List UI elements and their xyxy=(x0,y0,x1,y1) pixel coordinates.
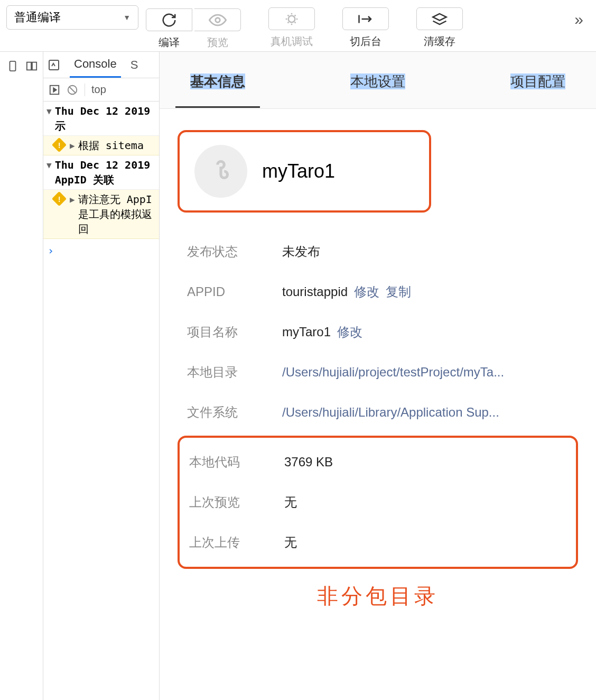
devtools-tabs: Console S xyxy=(43,52,159,78)
realdevice-label: 真机调试 xyxy=(271,34,313,49)
detail-panel: 基本信息 本地设置 项目配置 myTaro1 发布状 xyxy=(160,52,596,700)
compile-mode-dropdown[interactable]: 普通编译 ▼ xyxy=(6,5,138,30)
left-icon-strip xyxy=(0,52,43,700)
info-rows: 发布状态 未发布 APPID touristappid 修改 复制 项目名称 m… xyxy=(178,232,578,569)
play-box-icon[interactable] xyxy=(49,84,60,96)
row-last-preview: 上次预览 无 xyxy=(180,482,576,522)
warning-entry[interactable]: ▶ 请注意无 AppI 是工具的模拟返回 xyxy=(43,190,159,239)
svg-point-1 xyxy=(288,15,295,22)
app-name: myTaro1 xyxy=(262,160,335,182)
projname-value: myTaro1 xyxy=(282,325,331,339)
context-selector[interactable]: top xyxy=(91,84,106,96)
code-size-highlight: 本地代码 3769 KB 上次预览 无 上次上传 无 xyxy=(178,436,578,569)
lastpreview-label: 上次预览 xyxy=(189,494,284,511)
appid-value: touristappid xyxy=(282,284,348,299)
miniprogram-icon xyxy=(208,158,234,185)
caret-right-icon: ▶ xyxy=(70,140,75,152)
localcode-value: 3769 KB xyxy=(284,455,333,469)
app-header-highlight: myTaro1 xyxy=(178,130,431,213)
log-text: AppID 关联 xyxy=(55,172,151,187)
lastpreview-value: 无 xyxy=(284,494,297,511)
layers-icon xyxy=(432,12,448,26)
log-timestamp: Thu Dec 12 2019 xyxy=(55,104,151,118)
console-toolbar: top xyxy=(43,78,159,102)
console-panel: Console S top ▼ Thu Dec 12 2019 示 xyxy=(43,52,160,700)
appid-copy-link[interactable]: 复制 xyxy=(386,283,411,300)
log-text: 示 xyxy=(55,118,151,133)
publish-label: 发布状态 xyxy=(187,243,282,260)
main-area: Console S top ▼ Thu Dec 12 2019 示 xyxy=(0,52,596,700)
bug-icon xyxy=(284,11,300,27)
console-prompt[interactable]: › xyxy=(43,239,159,262)
lastupload-value: 无 xyxy=(284,534,297,551)
filesys-value[interactable]: /Users/hujiali/Library/Application Sup..… xyxy=(282,405,499,420)
caret-right-icon: ▶ xyxy=(70,194,75,206)
tab-project-config[interactable]: 项目配置 xyxy=(506,52,570,108)
localdir-value[interactable]: /Users/hujiali/project/testProject/myTa.… xyxy=(282,365,504,380)
tab-sources-cut[interactable]: S xyxy=(131,58,138,72)
chevron-double-right-icon: » xyxy=(574,11,583,28)
caret-down-icon: ▼ xyxy=(46,160,52,171)
compile-mode-label: 普通编译 xyxy=(14,10,61,25)
warning-text: 根据 sitema xyxy=(78,138,144,153)
svg-rect-3 xyxy=(27,62,31,70)
caret-down-icon: ▼ xyxy=(46,106,52,117)
warning-icon xyxy=(52,191,67,206)
background-label: 切后台 xyxy=(350,34,381,49)
localdir-label: 本地目录 xyxy=(187,364,282,381)
publish-value: 未发布 xyxy=(282,243,320,260)
projname-label: 项目名称 xyxy=(187,324,282,340)
svg-rect-2 xyxy=(10,61,16,71)
row-last-upload: 上次上传 无 xyxy=(180,522,576,563)
detail-body: myTaro1 发布状态 未发布 APPID touristappid 修改 复… xyxy=(160,109,596,700)
lastupload-label: 上次上传 xyxy=(189,534,284,551)
tab-console[interactable]: Console xyxy=(70,52,121,78)
row-file-system: 文件系统 /Users/hujiali/Library/Application … xyxy=(178,392,578,432)
appid-label: APPID xyxy=(187,284,282,299)
inspect-icon[interactable] xyxy=(48,59,60,71)
realdevice-button[interactable]: 真机调试 xyxy=(267,4,316,49)
warning-icon xyxy=(52,137,67,152)
background-button[interactable]: 切后台 xyxy=(341,4,390,49)
overflow-button[interactable]: » xyxy=(574,11,590,29)
log-timestamp: Thu Dec 12 2019 xyxy=(55,158,151,172)
phone-icon[interactable] xyxy=(7,60,18,72)
appid-modify-link[interactable]: 修改 xyxy=(354,283,379,300)
compile-label: 编译 xyxy=(159,35,180,50)
row-local-code: 本地代码 3769 KB xyxy=(180,442,576,482)
tab-local-settings[interactable]: 本地设置 xyxy=(346,52,409,108)
svg-rect-4 xyxy=(32,62,36,70)
svg-point-0 xyxy=(215,17,220,22)
clear-icon[interactable] xyxy=(67,84,78,96)
console-messages: ▼ Thu Dec 12 2019 示 ▶ 根据 sitema ▼ Thu De… xyxy=(43,102,159,262)
row-project-name: 项目名称 myTaro1 修改 xyxy=(178,312,578,352)
warning-text: 请注意无 AppI xyxy=(78,192,156,207)
app-avatar xyxy=(194,145,247,198)
tab-basic-info[interactable]: 基本信息 xyxy=(186,52,249,108)
row-publish-status: 发布状态 未发布 xyxy=(178,232,578,272)
chevron-down-icon: ▼ xyxy=(123,13,131,22)
preview-label: 预览 xyxy=(207,35,228,50)
preview-button[interactable]: 预览 xyxy=(193,5,242,50)
clearcache-button[interactable]: 清缓存 xyxy=(415,4,464,49)
row-appid: APPID touristappid 修改 复制 xyxy=(178,272,578,312)
filesys-label: 文件系统 xyxy=(187,404,282,421)
annotation-text: 非分包目录 xyxy=(178,582,578,611)
panels-icon[interactable] xyxy=(26,60,38,72)
prompt-caret-icon: › xyxy=(48,243,54,258)
warning-text: 是工具的模拟返回 xyxy=(78,207,156,236)
detail-tabs: 基本信息 本地设置 项目配置 xyxy=(160,52,596,109)
eye-icon xyxy=(209,14,227,26)
log-entry[interactable]: ▼ Thu Dec 12 2019 示 xyxy=(43,102,159,136)
top-toolbar: 普通编译 ▼ 编译 预览 xyxy=(0,0,596,52)
refresh-icon xyxy=(161,12,177,28)
warning-entry[interactable]: ▶ 根据 sitema xyxy=(43,136,159,155)
projname-modify-link[interactable]: 修改 xyxy=(337,324,362,340)
row-local-dir: 本地目录 /Users/hujiali/project/testProject/… xyxy=(178,352,578,392)
log-entry[interactable]: ▼ Thu Dec 12 2019 AppID 关联 xyxy=(43,155,159,190)
localcode-label: 本地代码 xyxy=(189,454,284,471)
compile-preview-group: 编译 预览 xyxy=(145,5,242,50)
compile-button[interactable]: 编译 xyxy=(145,5,193,50)
clearcache-label: 清缓存 xyxy=(424,34,455,49)
tab-right-icon xyxy=(358,14,374,24)
